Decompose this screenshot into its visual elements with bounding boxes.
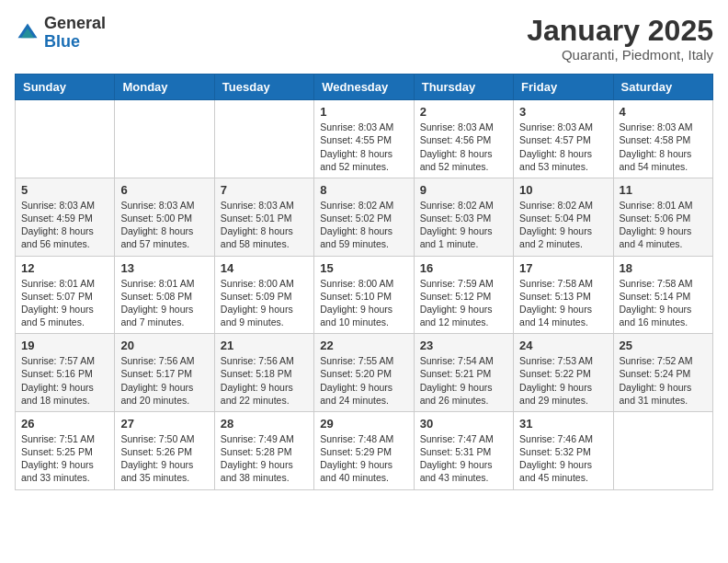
calendar-cell: 23Sunrise: 7:54 AM Sunset: 5:21 PM Dayli… (414, 334, 513, 412)
day-info: Sunrise: 7:56 AM Sunset: 5:17 PM Dayligh… (120, 354, 208, 407)
calendar-cell: 3Sunrise: 8:03 AM Sunset: 4:57 PM Daylig… (514, 100, 613, 178)
day-info: Sunrise: 7:57 AM Sunset: 5:16 PM Dayligh… (21, 354, 108, 407)
day-number: 15 (320, 261, 407, 275)
weekday-header: Sunday (16, 75, 115, 100)
calendar-cell (613, 411, 712, 489)
calendar-cell: 5Sunrise: 8:03 AM Sunset: 4:59 PM Daylig… (16, 178, 115, 256)
day-number: 30 (420, 417, 507, 431)
day-number: 2 (420, 105, 507, 119)
weekday-header: Thursday (414, 75, 513, 100)
calendar-cell: 25Sunrise: 7:52 AM Sunset: 5:24 PM Dayli… (613, 334, 712, 412)
day-number: 28 (221, 417, 308, 431)
calendar-week-row: 1Sunrise: 8:03 AM Sunset: 4:55 PM Daylig… (16, 100, 713, 178)
day-number: 8 (320, 183, 407, 197)
calendar-cell: 16Sunrise: 7:59 AM Sunset: 5:12 PM Dayli… (414, 256, 513, 334)
logo: General Blue (15, 15, 106, 52)
day-info: Sunrise: 8:02 AM Sunset: 5:04 PM Dayligh… (519, 199, 607, 251)
calendar-cell (214, 100, 313, 178)
weekday-header: Tuesday (214, 75, 313, 100)
day-info: Sunrise: 8:03 AM Sunset: 4:57 PM Dayligh… (519, 121, 607, 173)
day-number: 24 (519, 339, 607, 352)
day-number: 14 (221, 261, 308, 275)
day-info: Sunrise: 8:02 AM Sunset: 5:02 PM Dayligh… (320, 199, 407, 251)
calendar-cell: 9Sunrise: 8:02 AM Sunset: 5:03 PM Daylig… (414, 178, 513, 256)
calendar-cell: 13Sunrise: 8:01 AM Sunset: 5:08 PM Dayli… (115, 256, 214, 334)
calendar-header-row: SundayMondayTuesdayWednesdayThursdayFrid… (16, 75, 713, 100)
calendar-cell: 21Sunrise: 7:56 AM Sunset: 5:18 PM Dayli… (214, 334, 313, 412)
calendar-cell: 22Sunrise: 7:55 AM Sunset: 5:20 PM Dayli… (314, 334, 414, 412)
calendar-cell: 12Sunrise: 8:01 AM Sunset: 5:07 PM Dayli… (16, 256, 115, 334)
day-info: Sunrise: 7:52 AM Sunset: 5:24 PM Dayligh… (620, 354, 707, 407)
calendar-cell: 29Sunrise: 7:48 AM Sunset: 5:29 PM Dayli… (314, 411, 414, 489)
calendar-cell: 28Sunrise: 7:49 AM Sunset: 5:28 PM Dayli… (214, 411, 313, 489)
day-info: Sunrise: 7:56 AM Sunset: 5:18 PM Dayligh… (221, 354, 308, 407)
calendar-cell: 1Sunrise: 8:03 AM Sunset: 4:55 PM Daylig… (314, 100, 414, 178)
calendar-week-row: 5Sunrise: 8:03 AM Sunset: 4:59 PM Daylig… (16, 178, 713, 256)
day-info: Sunrise: 7:58 AM Sunset: 5:14 PM Dayligh… (620, 277, 707, 329)
day-info: Sunrise: 7:48 AM Sunset: 5:29 PM Dayligh… (320, 432, 407, 485)
day-number: 17 (519, 261, 607, 275)
logo-blue: Blue (44, 32, 80, 51)
day-info: Sunrise: 7:53 AM Sunset: 5:22 PM Dayligh… (519, 354, 607, 407)
calendar-week-row: 19Sunrise: 7:57 AM Sunset: 5:16 PM Dayli… (16, 334, 713, 412)
day-number: 27 (120, 417, 208, 431)
day-number: 12 (21, 261, 108, 275)
day-info: Sunrise: 7:55 AM Sunset: 5:20 PM Dayligh… (320, 354, 407, 407)
calendar-cell: 14Sunrise: 8:00 AM Sunset: 5:09 PM Dayli… (214, 256, 313, 334)
day-info: Sunrise: 8:01 AM Sunset: 5:06 PM Dayligh… (620, 199, 707, 251)
logo-icon (15, 20, 40, 46)
weekday-header: Wednesday (314, 75, 414, 100)
calendar-cell: 19Sunrise: 7:57 AM Sunset: 5:16 PM Dayli… (16, 334, 115, 412)
location-subtitle: Quaranti, Piedmont, Italy (527, 47, 713, 63)
day-number: 5 (21, 183, 108, 197)
day-number: 16 (420, 261, 507, 275)
calendar-cell: 17Sunrise: 7:58 AM Sunset: 5:13 PM Dayli… (514, 256, 613, 334)
calendar-cell: 15Sunrise: 8:00 AM Sunset: 5:10 PM Dayli… (314, 256, 414, 334)
calendar-table: SundayMondayTuesdayWednesdayThursdayFrid… (15, 74, 713, 489)
calendar-cell: 4Sunrise: 8:03 AM Sunset: 4:58 PM Daylig… (613, 100, 712, 178)
weekday-header: Friday (514, 75, 613, 100)
day-number: 11 (620, 183, 707, 197)
page-header: General Blue January 2025 Quaranti, Pied… (15, 15, 713, 63)
logo-general: General (44, 14, 106, 32)
day-number: 31 (519, 417, 607, 431)
calendar-week-row: 12Sunrise: 8:01 AM Sunset: 5:07 PM Dayli… (16, 256, 713, 334)
day-info: Sunrise: 7:49 AM Sunset: 5:28 PM Dayligh… (221, 432, 308, 485)
calendar-cell: 30Sunrise: 7:47 AM Sunset: 5:31 PM Dayli… (414, 411, 513, 489)
day-info: Sunrise: 8:03 AM Sunset: 5:01 PM Dayligh… (221, 199, 308, 251)
day-info: Sunrise: 8:03 AM Sunset: 4:58 PM Dayligh… (620, 121, 707, 173)
calendar-cell: 11Sunrise: 8:01 AM Sunset: 5:06 PM Dayli… (613, 178, 712, 256)
day-number: 21 (221, 339, 308, 352)
day-number: 7 (221, 183, 308, 197)
month-title: January 2025 (527, 15, 713, 47)
day-info: Sunrise: 7:54 AM Sunset: 5:21 PM Dayligh… (420, 354, 507, 407)
day-number: 26 (21, 417, 108, 431)
day-info: Sunrise: 8:00 AM Sunset: 5:10 PM Dayligh… (320, 277, 407, 329)
day-number: 3 (519, 105, 607, 119)
calendar-cell: 31Sunrise: 7:46 AM Sunset: 5:32 PM Dayli… (514, 411, 613, 489)
day-info: Sunrise: 8:03 AM Sunset: 4:56 PM Dayligh… (420, 121, 507, 173)
calendar-cell: 18Sunrise: 7:58 AM Sunset: 5:14 PM Dayli… (613, 256, 712, 334)
day-number: 18 (620, 261, 707, 275)
day-info: Sunrise: 8:01 AM Sunset: 5:08 PM Dayligh… (120, 277, 208, 329)
day-number: 29 (320, 417, 407, 431)
day-number: 19 (21, 339, 108, 352)
day-number: 13 (120, 261, 208, 275)
calendar-cell: 24Sunrise: 7:53 AM Sunset: 5:22 PM Dayli… (514, 334, 613, 412)
day-number: 4 (620, 105, 707, 119)
calendar-cell: 10Sunrise: 8:02 AM Sunset: 5:04 PM Dayli… (514, 178, 613, 256)
calendar-cell (16, 100, 115, 178)
day-info: Sunrise: 7:46 AM Sunset: 5:32 PM Dayligh… (519, 432, 607, 485)
day-info: Sunrise: 7:58 AM Sunset: 5:13 PM Dayligh… (519, 277, 607, 329)
calendar-cell: 2Sunrise: 8:03 AM Sunset: 4:56 PM Daylig… (414, 100, 513, 178)
day-info: Sunrise: 7:47 AM Sunset: 5:31 PM Dayligh… (420, 432, 507, 485)
weekday-header: Saturday (613, 75, 712, 100)
day-info: Sunrise: 8:02 AM Sunset: 5:03 PM Dayligh… (420, 199, 507, 251)
calendar-cell: 20Sunrise: 7:56 AM Sunset: 5:17 PM Dayli… (115, 334, 214, 412)
day-number: 20 (120, 339, 208, 352)
weekday-header: Monday (115, 75, 214, 100)
day-info: Sunrise: 8:03 AM Sunset: 4:59 PM Dayligh… (21, 199, 108, 251)
day-info: Sunrise: 8:01 AM Sunset: 5:07 PM Dayligh… (21, 277, 108, 329)
day-info: Sunrise: 8:00 AM Sunset: 5:09 PM Dayligh… (221, 277, 308, 329)
calendar-cell: 6Sunrise: 8:03 AM Sunset: 5:00 PM Daylig… (115, 178, 214, 256)
